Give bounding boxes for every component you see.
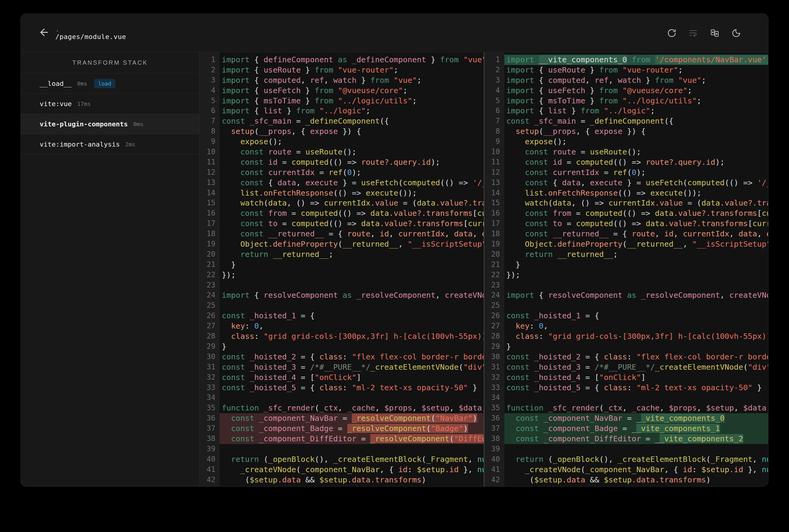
transform-stack-item-vite-import-analysis[interactable]: vite:import-analysis2ms (21, 134, 199, 154)
code-token: "ml-2 text-xs opacity-50" (636, 383, 752, 392)
code-token (507, 424, 516, 433)
code-token: : (254, 331, 263, 341)
code-token: , (655, 229, 664, 238)
code-token: .data.transforms (347, 475, 422, 484)
code-token: import (507, 290, 539, 300)
code-token: id (553, 157, 562, 167)
transform-stack-item--load-[interactable]: __load__0msload (21, 73, 199, 94)
code-token: const (507, 383, 534, 392)
wrap-lines-icon[interactable] (689, 28, 698, 38)
code-token: route (632, 229, 655, 238)
back-button[interactable] (38, 27, 50, 39)
compare-panes-icon[interactable] (710, 28, 719, 38)
code-token: "../logic/utils" (622, 96, 697, 105)
file-path-text: /pages/module.vue (55, 33, 126, 40)
code-token: from (581, 106, 604, 115)
code-token: = [ (296, 373, 315, 382)
code-token: .data.transforms (632, 475, 706, 484)
code-line: const route = useRoute(); (220, 147, 484, 157)
code-token: from (440, 55, 463, 64)
code-token: "vue-router" (622, 65, 678, 74)
code-token (222, 178, 240, 187)
code-editor-before[interactable]: import { defineComponent as _defineCompo… (220, 52, 484, 486)
code-token: data (361, 219, 380, 228)
code-token: const (231, 424, 259, 433)
code-token: , (445, 229, 454, 238)
code-token: ; (366, 106, 370, 115)
code-token: ( (426, 424, 431, 433)
line-number: 11 (200, 157, 220, 168)
code-token: = (562, 157, 576, 167)
code-token: , (296, 178, 306, 187)
line-number: 24 (200, 290, 220, 301)
code-token (222, 455, 231, 464)
line-number: 16 (200, 208, 220, 218)
code-token: : (343, 352, 352, 361)
line-number: 35 (200, 403, 220, 413)
code-token: list (263, 106, 282, 115)
code-token: && (585, 475, 604, 484)
code-token: /*#__PURE__*/ (310, 362, 371, 372)
code-token (507, 321, 516, 330)
code-token: '/components/NavBar.vue' (655, 55, 766, 64)
code-token: __returned__ (343, 240, 398, 248)
code-editor-after[interactable]: import __vite_components_0 from '/compon… (504, 52, 768, 486)
code-token: = [ (581, 373, 599, 382)
code-token: ( (449, 434, 454, 443)
code-token: expose (310, 127, 338, 136)
code-token: , (435, 290, 445, 300)
code-token: = (356, 434, 370, 443)
code-token: watch (618, 76, 641, 84)
code-token: _hoisted_2 (250, 352, 296, 361)
code-token: { (254, 96, 263, 105)
code-token: { (254, 86, 263, 95)
code-token: .onFetchResponse (259, 188, 333, 197)
line-number: 20 (200, 249, 220, 260)
code-token: = (291, 147, 305, 156)
code-line: return (_openBlock(), _createElementBloc… (504, 454, 768, 464)
code-token: } (426, 55, 440, 64)
code-token: _hoisted_3 (250, 362, 296, 372)
transform-stack-item-vite-plugin-components[interactable]: vite-plugin-components0ms (21, 114, 199, 134)
line-number: 36 (484, 413, 504, 423)
line-number: 2 (484, 65, 504, 75)
code-token: from (655, 76, 678, 84)
code-token: const (231, 434, 259, 443)
code-line (220, 444, 484, 454)
code-token: [ (748, 219, 752, 228)
code-token: (() => (333, 188, 365, 197)
code-token: _vite_components_2 (660, 434, 743, 443)
code-token: const (515, 424, 543, 433)
transform-stack-item-vite-vue[interactable]: vite:vue17ms (21, 94, 199, 114)
code-token: _openBlock (553, 455, 599, 464)
code-token: msToTime (263, 96, 301, 105)
code-line: const _sfc_main = _defineComponent({ (220, 116, 484, 126)
code-token: const (240, 219, 268, 228)
moon-icon[interactable] (732, 28, 741, 38)
code-token: class (319, 352, 343, 361)
refresh-icon[interactable] (667, 28, 677, 38)
code-token: .defineProperty (268, 240, 338, 248)
code-token: ( (222, 475, 250, 484)
code-token: { (539, 76, 548, 84)
code-token: ( (459, 362, 463, 372)
code-token: .id (445, 465, 459, 474)
code-line (220, 393, 484, 403)
code-token: defineComponent (263, 55, 333, 64)
code-token: = { (296, 311, 315, 320)
code-line: return __returned__; (220, 249, 484, 260)
code-line: const _component_NavBar = _resolveCompon… (220, 413, 484, 423)
code-line: import { computed, ref, watch } from "vu… (504, 75, 768, 86)
code-token: { (254, 106, 263, 115)
code-token: , { (291, 127, 310, 136)
code-token: route (268, 147, 292, 156)
code-token: (() => (618, 188, 650, 197)
code-token: ; (678, 65, 683, 74)
code-token: import (507, 55, 539, 64)
line-number: 37 (484, 423, 504, 434)
code-token: nul (477, 465, 483, 474)
plugin-time: 0ms (133, 121, 143, 127)
code-token (507, 147, 525, 156)
code-token: const (525, 229, 553, 238)
code-token (222, 229, 240, 238)
